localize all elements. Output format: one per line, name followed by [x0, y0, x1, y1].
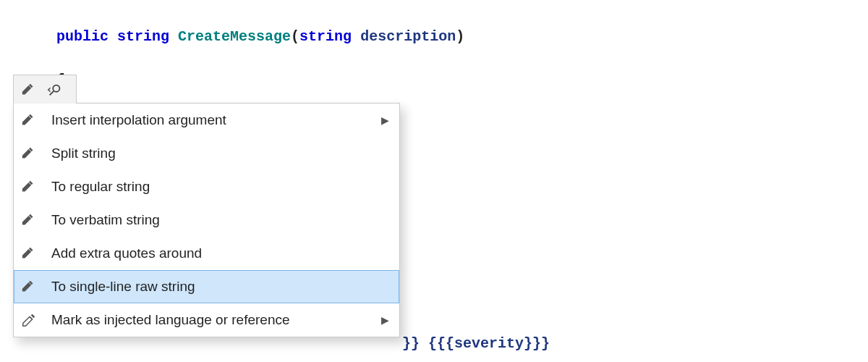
submenu-arrow-icon: ▶ — [381, 314, 389, 326]
menu-item-to-regular-string[interactable]: To regular string — [14, 170, 399, 203]
quick-fix-toolbar[interactable] — [13, 75, 77, 104]
paren-open: ( — [291, 28, 299, 45]
menu-item-label: To regular string — [51, 179, 399, 195]
pencil-icon — [21, 312, 37, 328]
menu-item-label: Split string — [51, 146, 399, 161]
hammer-icon — [21, 112, 37, 128]
quick-fix-menu[interactable]: Insert interpolation argument▶Split stri… — [13, 103, 400, 337]
submenu-arrow-icon: ▶ — [381, 114, 389, 126]
method-name: CreateMessage — [178, 28, 291, 45]
hammer-icon[interactable] — [21, 82, 37, 98]
menu-item-label: To single-line raw string — [51, 279, 399, 295]
param-name: description — [360, 28, 456, 45]
hammer-icon — [21, 279, 37, 295]
menu-item-mark-as-injected-language-or-reference[interactable]: Mark as injected language or reference▶ — [14, 303, 399, 337]
menu-item-insert-interpolation-argument[interactable]: Insert interpolation argument▶ — [14, 104, 399, 137]
menu-item-to-single-line-raw-string[interactable]: To single-line raw string — [14, 270, 399, 303]
hammer-icon — [21, 179, 37, 195]
menu-item-split-string[interactable]: Split string — [14, 137, 399, 170]
hammer-icon — [21, 245, 37, 261]
menu-item-label: Insert interpolation argument — [51, 112, 381, 128]
type-string: string — [117, 28, 169, 45]
menu-item-add-extra-quotes-around[interactable]: Add extra quotes around — [14, 237, 399, 270]
menu-item-label: To verbatim string — [51, 212, 399, 228]
menu-item-label: Add extra quotes around — [51, 245, 399, 261]
inspect-icon[interactable] — [47, 82, 63, 98]
param-type: string — [299, 28, 352, 45]
svg-point-0 — [53, 85, 59, 91]
paren-close: ) — [456, 28, 464, 45]
menu-item-to-verbatim-string[interactable]: To verbatim string — [14, 203, 399, 237]
hammer-icon — [21, 146, 37, 161]
menu-item-label: Mark as injected language or reference — [51, 312, 381, 328]
hammer-icon — [21, 212, 37, 228]
interp-line-1: }} {{{severity}}} — [402, 335, 550, 352]
keyword-public: public — [56, 28, 109, 45]
